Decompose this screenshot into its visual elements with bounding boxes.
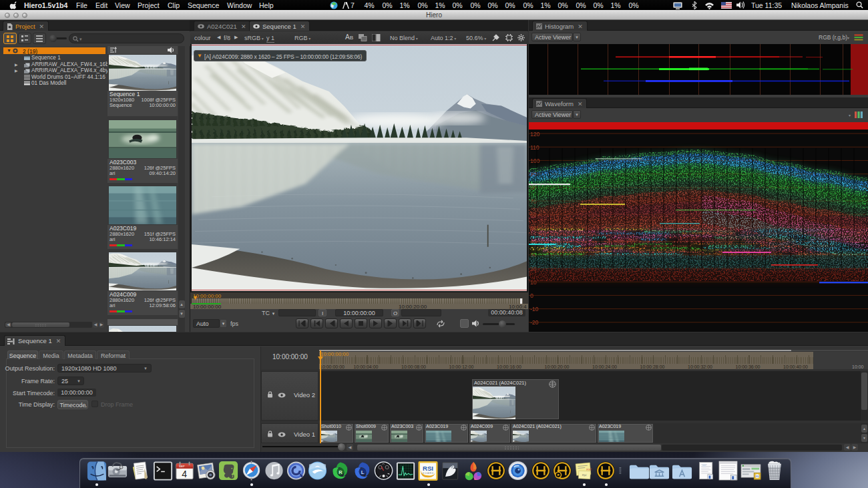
svg-text:G U A R D: G U A R D [423,472,434,475]
svg-text:100: 100 [530,158,539,164]
svg-text:4: 4 [182,469,187,479]
svg-text:110: 110 [530,144,539,151]
svg-text:-20: -20 [530,319,539,326]
svg-text:RSI: RSI [755,475,759,478]
svg-text:120: 120 [530,131,539,138]
svg-text:Fix!: Fix! [586,467,592,471]
svg-text:RSI: RSI [423,465,433,472]
svg-text:0: 0 [530,292,533,299]
svg-text:R: R [339,469,343,475]
svg-text:L: L [361,469,365,475]
svg-text:PDF: PDF [582,474,588,477]
svg-text:-10: -10 [530,306,539,312]
